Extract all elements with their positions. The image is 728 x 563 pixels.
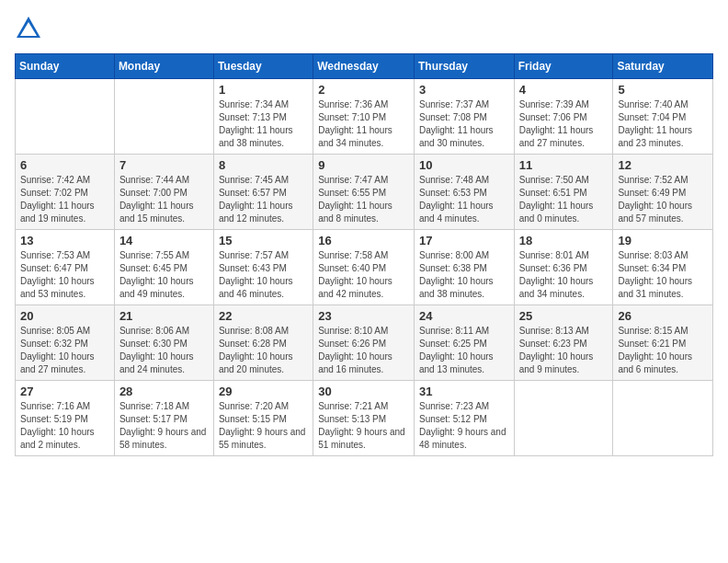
calendar-cell: 14Sunrise: 7:55 AM Sunset: 6:45 PM Dayli… [114, 230, 213, 305]
day-number: 14 [119, 234, 209, 247]
day-info: Sunrise: 8:00 AM Sunset: 6:38 PM Dayligh… [419, 249, 509, 301]
calendar-header-row: SundayMondayTuesdayWednesdayThursdayFrid… [16, 54, 713, 79]
day-number: 27 [20, 385, 109, 398]
day-info: Sunrise: 7:18 AM Sunset: 5:17 PM Dayligh… [119, 400, 209, 452]
day-number: 9 [318, 158, 409, 172]
day-info: Sunrise: 8:11 AM Sunset: 6:25 PM Dayligh… [419, 325, 509, 376]
day-info: Sunrise: 8:03 AM Sunset: 6:34 PM Dayligh… [618, 249, 708, 301]
day-info: Sunrise: 7:57 AM Sunset: 6:43 PM Dayligh… [219, 249, 308, 301]
calendar-cell: 7Sunrise: 7:44 AM Sunset: 7:00 PM Daylig… [114, 155, 213, 230]
day-number: 24 [419, 309, 509, 323]
calendar-cell: 24Sunrise: 8:11 AM Sunset: 6:25 PM Dayli… [414, 305, 514, 381]
weekday-header-monday: Monday [114, 54, 213, 79]
calendar-cell: 26Sunrise: 8:15 AM Sunset: 6:21 PM Dayli… [613, 305, 713, 381]
day-info: Sunrise: 7:53 AM Sunset: 6:47 PM Dayligh… [20, 249, 109, 301]
day-info: Sunrise: 8:06 AM Sunset: 6:30 PM Dayligh… [119, 325, 209, 376]
day-number: 25 [519, 309, 609, 323]
day-info: Sunrise: 7:44 AM Sunset: 7:00 PM Dayligh… [119, 174, 209, 225]
calendar-week-row: 6Sunrise: 7:42 AM Sunset: 7:02 PM Daylig… [16, 155, 713, 230]
day-info: Sunrise: 7:48 AM Sunset: 6:53 PM Dayligh… [419, 174, 509, 225]
calendar-cell: 28Sunrise: 7:18 AM Sunset: 5:17 PM Dayli… [114, 381, 213, 456]
day-number: 7 [119, 158, 209, 172]
day-info: Sunrise: 7:16 AM Sunset: 5:19 PM Dayligh… [20, 400, 109, 452]
day-number: 10 [419, 158, 509, 172]
day-info: Sunrise: 7:55 AM Sunset: 6:45 PM Dayligh… [119, 249, 209, 301]
day-info: Sunrise: 7:34 AM Sunset: 7:13 PM Dayligh… [219, 98, 308, 150]
day-info: Sunrise: 8:01 AM Sunset: 6:36 PM Dayligh… [519, 249, 609, 301]
calendar-cell: 3Sunrise: 7:37 AM Sunset: 7:08 PM Daylig… [414, 79, 514, 155]
day-info: Sunrise: 8:15 AM Sunset: 6:21 PM Dayligh… [618, 325, 708, 376]
calendar-cell: 17Sunrise: 8:00 AM Sunset: 6:38 PM Dayli… [414, 230, 514, 305]
day-info: Sunrise: 7:47 AM Sunset: 6:55 PM Dayligh… [318, 174, 409, 225]
calendar-cell: 8Sunrise: 7:45 AM Sunset: 6:57 PM Daylig… [213, 155, 313, 230]
day-number: 21 [119, 309, 209, 323]
day-number: 8 [219, 158, 308, 172]
calendar-cell [613, 381, 713, 456]
day-info: Sunrise: 7:39 AM Sunset: 7:06 PM Dayligh… [519, 98, 609, 150]
day-number: 23 [318, 309, 409, 323]
calendar-cell [16, 79, 115, 155]
day-info: Sunrise: 7:20 AM Sunset: 5:15 PM Dayligh… [219, 400, 308, 452]
calendar-week-row: 20Sunrise: 8:05 AM Sunset: 6:32 PM Dayli… [16, 305, 713, 381]
day-info: Sunrise: 7:21 AM Sunset: 5:13 PM Dayligh… [318, 400, 409, 452]
page-header [15, 15, 713, 42]
day-number: 16 [318, 234, 409, 247]
calendar-cell: 15Sunrise: 7:57 AM Sunset: 6:43 PM Dayli… [213, 230, 313, 305]
day-number: 11 [519, 158, 609, 172]
day-info: Sunrise: 7:40 AM Sunset: 7:04 PM Dayligh… [618, 98, 708, 150]
calendar-cell: 4Sunrise: 7:39 AM Sunset: 7:06 PM Daylig… [514, 79, 613, 155]
calendar-cell: 12Sunrise: 7:52 AM Sunset: 6:49 PM Dayli… [613, 155, 713, 230]
day-number: 22 [219, 309, 308, 323]
day-number: 17 [419, 234, 509, 247]
weekday-header-tuesday: Tuesday [213, 54, 313, 79]
day-number: 13 [20, 234, 109, 247]
calendar-week-row: 1Sunrise: 7:34 AM Sunset: 7:13 PM Daylig… [16, 79, 713, 155]
day-number: 30 [318, 385, 409, 398]
day-number: 31 [419, 385, 509, 398]
day-number: 4 [519, 83, 609, 97]
day-info: Sunrise: 8:10 AM Sunset: 6:26 PM Dayligh… [318, 325, 409, 376]
day-info: Sunrise: 7:58 AM Sunset: 6:40 PM Dayligh… [318, 249, 409, 301]
calendar-cell: 25Sunrise: 8:13 AM Sunset: 6:23 PM Dayli… [514, 305, 613, 381]
calendar-cell: 11Sunrise: 7:50 AM Sunset: 6:51 PM Dayli… [514, 155, 613, 230]
day-number: 5 [618, 83, 708, 97]
calendar-cell [514, 381, 613, 456]
calendar-cell: 2Sunrise: 7:36 AM Sunset: 7:10 PM Daylig… [313, 79, 415, 155]
day-number: 19 [618, 234, 708, 247]
calendar-week-row: 27Sunrise: 7:16 AM Sunset: 5:19 PM Dayli… [16, 381, 713, 456]
calendar-cell: 23Sunrise: 8:10 AM Sunset: 6:26 PM Dayli… [313, 305, 415, 381]
calendar-table: SundayMondayTuesdayWednesdayThursdayFrid… [15, 53, 713, 456]
day-info: Sunrise: 7:45 AM Sunset: 6:57 PM Dayligh… [219, 174, 308, 225]
calendar-cell: 30Sunrise: 7:21 AM Sunset: 5:13 PM Dayli… [313, 381, 415, 456]
day-number: 12 [618, 158, 708, 172]
calendar-cell: 19Sunrise: 8:03 AM Sunset: 6:34 PM Dayli… [613, 230, 713, 305]
calendar-cell [114, 79, 213, 155]
day-info: Sunrise: 8:05 AM Sunset: 6:32 PM Dayligh… [20, 325, 109, 376]
day-number: 28 [119, 385, 209, 398]
weekday-header-sunday: Sunday [16, 54, 115, 79]
calendar-cell: 16Sunrise: 7:58 AM Sunset: 6:40 PM Dayli… [313, 230, 415, 305]
calendar-cell: 9Sunrise: 7:47 AM Sunset: 6:55 PM Daylig… [313, 155, 415, 230]
calendar-cell: 13Sunrise: 7:53 AM Sunset: 6:47 PM Dayli… [16, 230, 115, 305]
day-info: Sunrise: 7:36 AM Sunset: 7:10 PM Dayligh… [318, 98, 409, 150]
weekday-header-friday: Friday [514, 54, 613, 79]
day-number: 3 [419, 83, 509, 97]
day-number: 20 [20, 309, 109, 323]
day-number: 1 [219, 83, 308, 97]
calendar-cell: 1Sunrise: 7:34 AM Sunset: 7:13 PM Daylig… [213, 79, 313, 155]
day-number: 6 [20, 158, 109, 172]
calendar-cell: 6Sunrise: 7:42 AM Sunset: 7:02 PM Daylig… [16, 155, 115, 230]
calendar-cell: 21Sunrise: 8:06 AM Sunset: 6:30 PM Dayli… [114, 305, 213, 381]
day-info: Sunrise: 8:08 AM Sunset: 6:28 PM Dayligh… [219, 325, 308, 376]
calendar-cell: 5Sunrise: 7:40 AM Sunset: 7:04 PM Daylig… [613, 79, 713, 155]
day-info: Sunrise: 7:52 AM Sunset: 6:49 PM Dayligh… [618, 174, 708, 225]
logo [15, 15, 46, 42]
weekday-header-saturday: Saturday [613, 54, 713, 79]
calendar-cell: 18Sunrise: 8:01 AM Sunset: 6:36 PM Dayli… [514, 230, 613, 305]
calendar-week-row: 13Sunrise: 7:53 AM Sunset: 6:47 PM Dayli… [16, 230, 713, 305]
calendar-cell: 22Sunrise: 8:08 AM Sunset: 6:28 PM Dayli… [213, 305, 313, 381]
logo-icon [15, 15, 42, 42]
calendar-cell: 27Sunrise: 7:16 AM Sunset: 5:19 PM Dayli… [16, 381, 115, 456]
day-number: 2 [318, 83, 409, 97]
calendar-cell: 29Sunrise: 7:20 AM Sunset: 5:15 PM Dayli… [213, 381, 313, 456]
